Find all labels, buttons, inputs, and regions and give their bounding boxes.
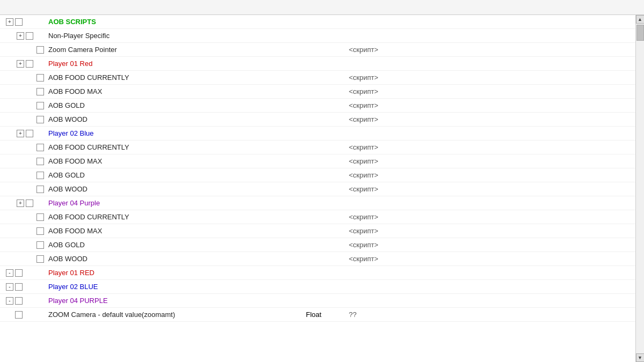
table-row[interactable]: +Non-Player Specific: [0, 29, 635, 43]
cell-desc: Player 04 Purple: [48, 199, 215, 207]
cell-desc: Player 02 BLUE: [48, 283, 215, 291]
table-row[interactable]: -Player 04 PURPLE: [0, 294, 635, 308]
row-checkbox[interactable]: [36, 186, 44, 193]
row-checkbox[interactable]: [15, 18, 23, 26]
row-checkbox[interactable]: [36, 74, 44, 82]
table-row[interactable]: AOB WOOD<скрипт>: [0, 182, 635, 196]
expand-btn[interactable]: -: [6, 283, 13, 291]
row-checkbox[interactable]: [36, 172, 44, 179]
cell-desc: AOB FOOD MAX: [48, 227, 215, 235]
cell-activ: [0, 241, 48, 249]
table-row[interactable]: AOB GOLD<скрипт>: [0, 99, 635, 113]
expand-btn[interactable]: -: [6, 297, 13, 305]
cell-type: Float: [306, 311, 349, 319]
cell-desc: AOB GOLD: [48, 171, 215, 179]
row-checkbox[interactable]: [36, 158, 44, 165]
cell-activ: [0, 158, 48, 165]
cell-value: <скрипт>: [349, 255, 635, 263]
table-row[interactable]: AOB GOLD<скрипт>: [0, 168, 635, 182]
scrollbar[interactable]: ▲ ▼: [635, 15, 644, 362]
row-checkbox[interactable]: [36, 144, 44, 151]
table-row[interactable]: AOB GOLD<скрипт>: [0, 238, 635, 252]
cell-value: <скрипт>: [349, 213, 635, 221]
row-label: Player 04 Purple: [48, 199, 100, 207]
row-checkbox[interactable]: [36, 46, 44, 54]
table-row[interactable]: AOB WOOD<скрипт>: [0, 252, 635, 266]
cell-activ: -: [0, 269, 48, 277]
expand-btn[interactable]: +: [6, 18, 13, 26]
cell-desc: AOB WOOD: [48, 115, 215, 123]
row-checkbox[interactable]: [36, 102, 44, 109]
main-container: +AOB SCRIPTS+Non-Player SpecificZoom Cam…: [0, 0, 644, 362]
table-row[interactable]: +AOB SCRIPTS: [0, 15, 635, 29]
cell-desc: AOB SCRIPTS: [48, 18, 215, 26]
row-checkbox[interactable]: [15, 311, 23, 319]
row-checkbox[interactable]: [15, 283, 23, 291]
row-label: AOB WOOD: [48, 255, 87, 263]
table-row[interactable]: +Player 01 Red: [0, 57, 635, 71]
table-row[interactable]: AOB FOOD CURRENTLY<скрипт>: [0, 71, 635, 85]
row-checkbox[interactable]: [26, 60, 33, 68]
row-label: Player 01 Red: [48, 60, 92, 68]
cell-activ: [0, 88, 48, 95]
table-row[interactable]: AOB FOOD MAX<скрипт>: [0, 85, 635, 99]
row-checkbox[interactable]: [15, 297, 23, 305]
cell-value: <скрипт>: [349, 185, 635, 193]
table-row[interactable]: -Player 01 RED: [0, 266, 635, 280]
row-label: Player 02 BLUE: [48, 283, 98, 291]
scroll-thumb[interactable]: [636, 25, 644, 41]
row-checkbox[interactable]: [36, 255, 44, 263]
expand-btn[interactable]: +: [17, 32, 24, 40]
cell-value: <скрипт>: [349, 241, 635, 249]
scroll-down-btn[interactable]: ▼: [636, 353, 645, 362]
cell-desc: Zoom Camera Pointer: [48, 46, 215, 54]
table-row[interactable]: +Player 02 Blue: [0, 127, 635, 141]
row-checkbox[interactable]: [36, 88, 44, 95]
table-row[interactable]: AOB FOOD CURRENTLY<скрипт>: [0, 210, 635, 224]
row-label: AOB WOOD: [48, 185, 87, 193]
cell-desc: AOB FOOD MAX: [48, 87, 215, 95]
row-checkbox[interactable]: [26, 130, 33, 137]
expand-btn[interactable]: +: [17, 60, 24, 68]
cell-activ: [0, 227, 48, 235]
table-body[interactable]: +AOB SCRIPTS+Non-Player SpecificZoom Cam…: [0, 15, 635, 362]
row-checkbox[interactable]: [36, 116, 44, 123]
row-checkbox[interactable]: [26, 32, 33, 40]
table-row[interactable]: AOB FOOD MAX<скрипт>: [0, 224, 635, 238]
expand-btn[interactable]: -: [6, 269, 13, 277]
cell-desc: Non-Player Specific: [48, 32, 215, 40]
table-row[interactable]: Zoom Camera Pointer<скрипт>: [0, 43, 635, 57]
row-label: AOB GOLD: [48, 241, 85, 249]
row-checkbox[interactable]: [26, 200, 33, 207]
expand-btn[interactable]: +: [17, 130, 24, 137]
cell-desc: ZOOM Camera - default value(zoomamt): [48, 311, 215, 319]
table-row[interactable]: +Player 04 Purple: [0, 196, 635, 210]
cell-desc: Player 04 PURPLE: [48, 297, 215, 305]
cell-activ: [0, 116, 48, 123]
table-row[interactable]: AOB WOOD<скрипт>: [0, 113, 635, 127]
row-label: AOB FOOD CURRENTLY: [48, 143, 129, 151]
row-label: AOB GOLD: [48, 171, 85, 179]
row-checkbox[interactable]: [36, 227, 44, 235]
row-checkbox[interactable]: [36, 213, 44, 221]
cell-value: <скрипт>: [349, 227, 635, 235]
cell-value: ??: [349, 311, 635, 319]
table-row[interactable]: AOB FOOD MAX<скрипт>: [0, 154, 635, 168]
row-checkbox[interactable]: [36, 241, 44, 249]
table-row[interactable]: AOB FOOD CURRENTLY<скрипт>: [0, 141, 635, 154]
table-row[interactable]: -Player 02 BLUE: [0, 280, 635, 294]
row-label: Player 04 PURPLE: [48, 297, 108, 305]
cell-activ: [0, 46, 48, 54]
row-checkbox[interactable]: [15, 269, 23, 277]
cell-activ: [0, 311, 48, 319]
expand-btn[interactable]: +: [17, 200, 24, 207]
cell-activ: [0, 255, 48, 263]
cell-desc: AOB WOOD: [48, 255, 215, 263]
cell-activ: [0, 172, 48, 179]
cell-activ: [0, 186, 48, 193]
row-label: ZOOM Camera - default value(zoomamt): [48, 311, 175, 319]
cell-activ: +: [0, 18, 48, 26]
scroll-up-btn[interactable]: ▲: [636, 15, 645, 24]
row-label: AOB GOLD: [48, 101, 85, 109]
table-row[interactable]: ZOOM Camera - default value(zoomamt)Floa…: [0, 308, 635, 322]
